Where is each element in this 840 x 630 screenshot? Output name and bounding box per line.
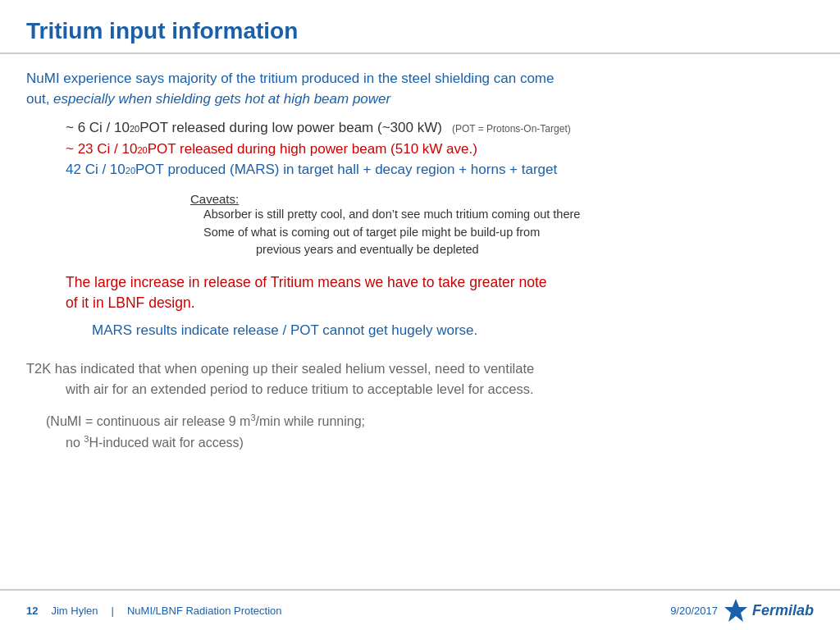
bullet3-suffix: POT produced (MARS) in target hall + dec… xyxy=(135,159,557,180)
numi-line2: no 3H-induced wait for access) xyxy=(66,432,814,454)
fermilab-name: Fermilab xyxy=(752,602,814,619)
caveat-item-3: previous years and eventually be deplete… xyxy=(256,241,814,259)
caveat-item-2: Some of what is coming out of target pil… xyxy=(203,224,814,242)
bullet2-suffix: POT released during high power beam (510… xyxy=(148,139,477,160)
mars-result-text: MARS results indicate release / POT cann… xyxy=(92,321,814,341)
footer-logo-section: 9/20/2017 Fermilab xyxy=(670,597,814,623)
t2k-line2: with air for an extended period to reduc… xyxy=(66,381,533,396)
page-title: Tritium input information xyxy=(26,18,814,44)
fermilab-logo: Fermilab xyxy=(723,597,814,623)
fermilab-icon xyxy=(723,597,749,623)
highlight-red-text: The large increase in release of Tritium… xyxy=(66,272,814,314)
caveats-section: Caveats: Absorber is still pretty cool, … xyxy=(190,192,814,259)
numi-line2-suffix: H-induced wait for access) xyxy=(89,436,244,450)
bullet-item-1: ~ 6 Ci / 1020 POT released during low po… xyxy=(66,117,814,139)
bullet1-suffix: POT released during low power beam (~300… xyxy=(139,117,442,139)
t2k-section: T2K has indicated that when opening up t… xyxy=(26,358,814,399)
footer-divider: | xyxy=(112,605,114,617)
bullet1-exp: 20 xyxy=(130,122,139,136)
bullet-item-3: 42 Ci / 1020 POT produced (MARS) in targ… xyxy=(66,159,814,180)
bullet2-exp: 20 xyxy=(137,144,147,158)
bullet2-prefix: ~ 23 Ci / 10 xyxy=(66,139,137,160)
intro-text-line2: out, xyxy=(26,91,53,107)
slide-header: Tritium input information xyxy=(0,0,840,54)
bullet-list: ~ 6 Ci / 1020 POT released during low po… xyxy=(66,117,814,180)
footer-date: 9/20/2017 xyxy=(670,605,718,617)
numi-note-section: (NuMI = continuous air release 9 m3/min … xyxy=(46,411,814,454)
footer-author: Jim Hylen xyxy=(51,605,98,617)
svg-marker-0 xyxy=(724,599,747,622)
footer-page-number: 12 xyxy=(26,605,38,617)
footer-info: 12 Jim Hylen | NuMI/LBNF Radiation Prote… xyxy=(26,605,282,617)
bullet3-exp: 20 xyxy=(126,164,135,178)
intro-italic-text: especially when shielding gets hot at hi… xyxy=(53,91,390,107)
numi-line1-text: (NuMI = continuous air release 9 m xyxy=(46,414,250,428)
caveats-title: Caveats: xyxy=(190,192,814,206)
bullet3-prefix: 42 Ci / 10 xyxy=(66,159,126,180)
footer-presentation: NuMI/LBNF Radiation Protection xyxy=(127,605,282,617)
numi-line2-text: no xyxy=(66,436,84,450)
slide-footer: 12 Jim Hylen | NuMI/LBNF Radiation Prote… xyxy=(0,589,840,630)
bullet-item-2: ~ 23 Ci / 1020 POT released during high … xyxy=(66,139,814,160)
caveat-item-1: Absorber is still pretty cool, and don’t… xyxy=(203,206,814,224)
slide-content: NuMI experience says majority of the tri… xyxy=(0,54,840,589)
numi-line1-suffix: /min while running; xyxy=(256,414,365,428)
slide: Tritium input information NuMI experienc… xyxy=(0,0,840,630)
highlight-red-line1: The large increase in release of Tritium… xyxy=(66,274,547,290)
t2k-line1: T2K has indicated that when opening up t… xyxy=(26,361,534,376)
numi-line1: (NuMI = continuous air release 9 m3/min … xyxy=(46,411,814,432)
intro-text-line1: NuMI experience says majority of the tri… xyxy=(26,71,554,86)
bullet1-prefix: ~ 6 Ci / 10 xyxy=(66,117,130,139)
intro-paragraph: NuMI experience says majority of the tri… xyxy=(26,69,814,109)
pot-note: (POT = Protons-On-Target) xyxy=(452,121,571,136)
highlight-red-line2: of it in LBNF design. xyxy=(66,294,195,311)
